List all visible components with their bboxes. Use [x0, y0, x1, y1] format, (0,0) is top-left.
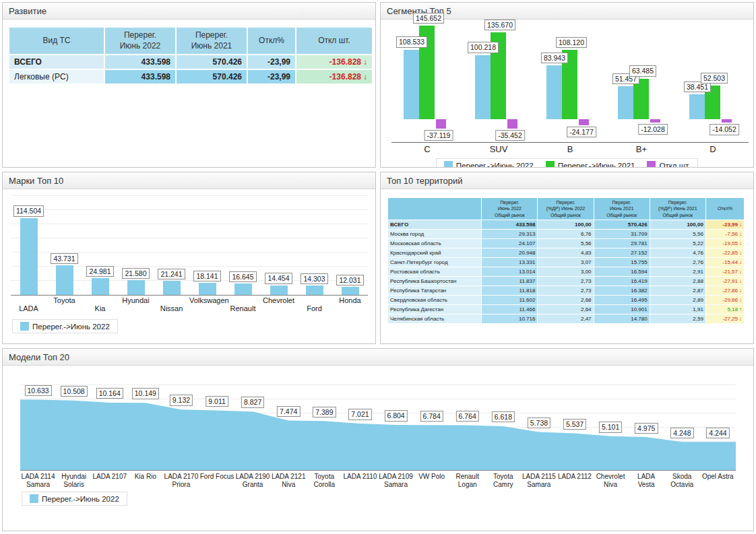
category-label: Chevrolet: [261, 296, 296, 316]
panel-models: Модели Топ 20 10.63310.50810.16410.1499.…: [2, 348, 754, 531]
panel-development: Развитие Вид ТСПеререг. Июнь 2022Перерег…: [2, 2, 376, 168]
segments-plot: 108.533145.652-37.119100.218135.670-35.4…: [391, 24, 749, 143]
bar-jun-2022[interactable]: [618, 86, 633, 119]
category-label: Kia Rio: [127, 473, 163, 489]
share-jun-2021: 4,76: [650, 248, 705, 257]
value-jun-2021: 14.780: [594, 314, 650, 323]
trend-up-icon: ↑: [739, 306, 742, 312]
brand-bar[interactable]: [163, 281, 181, 295]
legend-item[interactable]: Перерег.->Июнь 2022: [30, 494, 119, 503]
value-jun-2022: 11.818: [482, 286, 537, 295]
share-jun-2021: 100,00: [650, 220, 705, 229]
point-value-label: 7.389: [313, 407, 336, 418]
bar-value-label: 145.652: [413, 13, 444, 24]
table-row[interactable]: Краснодарский край20.9484,8327.1524,76-2…: [388, 248, 744, 257]
panel-territories: Топ 10 территорий Перерег. Июнь 2022 Общ…: [380, 172, 754, 344]
development-table-body: ВСЕГО433.598570.426-23,99-136.828↓Легков…: [9, 55, 372, 84]
brand-bar[interactable]: [56, 265, 73, 295]
category-label: Opel Astra: [700, 473, 736, 489]
bar-deviation[interactable]: [436, 119, 446, 129]
table-row[interactable]: Республика Татарстан11.8182,7316.3822,87…: [388, 286, 744, 295]
legend-label: Перерег.->Июнь 2022: [456, 162, 534, 168]
segment-group: 51.45763.485-12.028: [606, 24, 677, 142]
share-jun-2022: 6,76: [538, 230, 593, 238]
panel-brands-header[interactable]: Марки Топ 10: [3, 172, 375, 189]
bar-deviation[interactable]: [650, 119, 660, 123]
bar-value-label: 100.218: [468, 42, 499, 53]
value-jun-2021: 27.152: [594, 248, 650, 257]
segments-categories: CSUVBB+D: [391, 143, 749, 154]
row-label: Легковые (PC): [9, 70, 104, 84]
panel-models-body: 10.63310.50810.16410.1499.1329.0118.8277…: [3, 371, 753, 506]
share-jun-2022: 2,68: [538, 296, 593, 304]
positive-area: 38.45152.503: [677, 24, 749, 119]
panel-segments-body: 108.533145.652-37.119100.218135.670-35.4…: [381, 24, 753, 168]
value-jun-2021: 31.709: [594, 230, 650, 238]
bar-deviation[interactable]: [722, 119, 732, 123]
deviation-value: -15,44: [722, 259, 738, 265]
value-jun-2022: 433.598: [105, 70, 175, 84]
point-value-label: 9.011: [206, 396, 228, 407]
point-value-label: 10.149: [132, 388, 159, 399]
legend-item[interactable]: Перерег.->Июнь 2022: [444, 161, 534, 168]
brand-bar[interactable]: [199, 283, 216, 295]
category-label: Kia: [82, 296, 118, 316]
table-row[interactable]: ВСЕГО433.598100,00570.426100,00-23,99↓: [388, 220, 744, 229]
brand-bar[interactable]: [270, 286, 288, 295]
bar-jun-2021[interactable]: [633, 79, 649, 119]
legend-item[interactable]: Откл шт.: [647, 161, 690, 168]
brand-bar[interactable]: [20, 218, 38, 296]
table-row[interactable]: Ростовская область13.0143,0016.5942,91-2…: [388, 267, 744, 276]
brand-bar[interactable]: [127, 280, 145, 295]
bar-deviation[interactable]: [507, 119, 517, 129]
category-label: LADA: [11, 296, 46, 316]
brand-bar[interactable]: [306, 286, 323, 295]
territory-label: Челябинская область: [388, 314, 481, 323]
panel-development-header[interactable]: Развитие: [3, 3, 375, 20]
bar-jun-2022[interactable]: [404, 50, 419, 119]
bar-value-label: 52.503: [701, 73, 728, 84]
brand-bar[interactable]: [92, 278, 109, 295]
bar-value-label: -14.052: [710, 124, 739, 135]
bar-value-label: 114.504: [13, 205, 44, 216]
legend-label: Перерег.->Июнь 2022: [42, 495, 119, 503]
deviation-value: -27,25: [722, 316, 738, 322]
bar-column: 16.645: [225, 271, 261, 295]
table-row[interactable]: Легковые (PC)433.598570.426-23,99-136.82…: [9, 70, 372, 84]
category-label: Nissan: [154, 296, 189, 316]
bar-value-label: -24.177: [567, 127, 596, 137]
table-row[interactable]: Московская область24.1075,5629.7815,22-1…: [388, 239, 744, 248]
bar-column: 12.031: [332, 275, 368, 295]
table-row[interactable]: Свердловская область11.6022,6816.4952,89…: [388, 296, 744, 304]
table-row[interactable]: Челябинская область10.7162,4714.7802,59-…: [388, 314, 744, 323]
panel-models-header[interactable]: Модели Топ 20: [3, 349, 753, 366]
segment-group: 108.533145.652-37.119: [391, 24, 463, 142]
share-jun-2022: 2,73: [538, 277, 593, 286]
trend-down-icon: ↓: [739, 297, 742, 303]
deviation-pct: -22,85↓: [706, 248, 744, 257]
bar-column: 18.141: [189, 271, 225, 295]
negative-area: -14.052: [677, 119, 749, 142]
bar-jun-2022[interactable]: [546, 65, 562, 119]
panel-territories-header[interactable]: Топ 10 территорий: [381, 172, 753, 189]
legend-swatch: [647, 161, 656, 168]
table-row[interactable]: ВСЕГО433.598570.426-23,99-136.828↓: [9, 55, 372, 69]
bar-value-label: 21.241: [158, 269, 185, 279]
category-label: B+: [606, 143, 677, 154]
point-value-label: 6.618: [492, 411, 515, 422]
brand-bar[interactable]: [234, 283, 252, 295]
deviation-pct: -23,99: [248, 70, 295, 84]
table-row[interactable]: Москва город29.3136,7631.7095,56-7,56↓: [388, 230, 744, 238]
brand-bar[interactable]: [342, 287, 359, 295]
legend-item[interactable]: Перерег.->Июнь 2022: [20, 322, 110, 331]
bar-jun-2022[interactable]: [475, 55, 491, 119]
bar-deviation[interactable]: [579, 119, 589, 125]
table-row[interactable]: Санкт-Петербург город13.3313,0715.7552,7…: [388, 258, 744, 267]
bar-value-label: 18.141: [193, 271, 220, 281]
bar-jun-2022[interactable]: [689, 94, 705, 119]
legend-item[interactable]: Перерег.->Июнь 2021: [546, 161, 635, 168]
table-row[interactable]: Республика Дагестан11.4662,6410.9011,915…: [388, 305, 744, 314]
category-label: Toyota: [46, 296, 82, 316]
table-row[interactable]: Республика Башкортостан11.8372,7316.4192…: [388, 277, 744, 286]
value-jun-2021: 16.382: [594, 286, 650, 295]
